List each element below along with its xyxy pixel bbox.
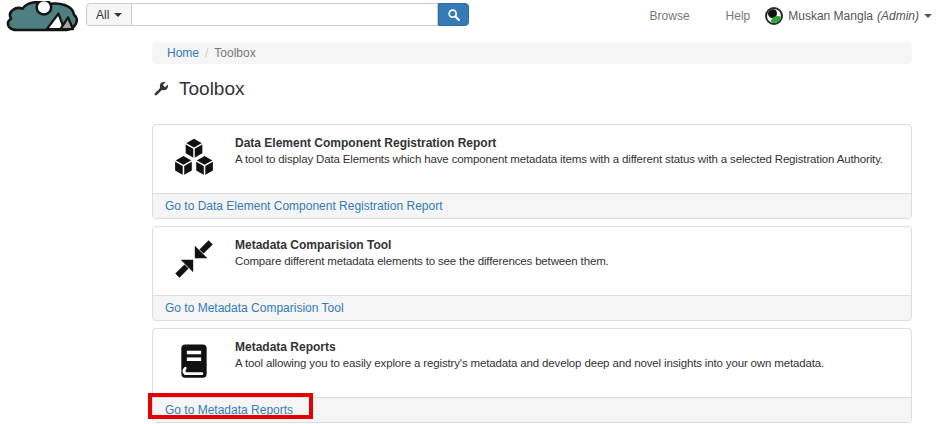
tool-title: Metadata Comparision Tool bbox=[235, 238, 609, 252]
avatar bbox=[765, 7, 783, 25]
help-link[interactable]: Help bbox=[726, 9, 751, 23]
go-to-metadata-comparision-tool-link[interactable]: Go to Metadata Comparision Tool bbox=[165, 301, 344, 315]
search-icon bbox=[447, 8, 461, 22]
search-button[interactable] bbox=[438, 3, 469, 26]
cubes-icon bbox=[171, 134, 217, 180]
user-name: Muskan Mangla bbox=[788, 9, 873, 23]
tool-text: Metadata Comparision Tool Compare differ… bbox=[235, 236, 609, 286]
top-navbar: All Browse Help Muskan Mangla (Admin) bbox=[0, 0, 939, 34]
go-to-data-element-component-registration-report-link[interactable]: Go to Data Element Component Registratio… bbox=[165, 199, 442, 213]
tool-card-footer: Go to Metadata Comparision Tool bbox=[153, 295, 911, 320]
tool-card-metadata-reports: Metadata Reports A tool allowing you to … bbox=[152, 328, 912, 423]
browse-link[interactable]: Browse bbox=[650, 9, 690, 23]
breadcrumb: Home / Toolbox bbox=[152, 42, 912, 64]
go-to-metadata-reports-link[interactable]: Go to Metadata Reports bbox=[165, 403, 293, 417]
tool-card-data-element-component-registration-report: Data Element Component Registration Repo… bbox=[152, 124, 912, 219]
search-input[interactable] bbox=[132, 3, 438, 26]
tool-description: A tool allowing you to easily explore a … bbox=[235, 357, 824, 369]
cloud-logo-icon[interactable] bbox=[4, 1, 78, 32]
chevron-down-icon bbox=[924, 14, 932, 18]
tool-text: Metadata Reports A tool allowing you to … bbox=[235, 338, 824, 388]
search-bar: All bbox=[86, 3, 469, 26]
tool-description: A tool to display Data Elements which ha… bbox=[235, 153, 883, 165]
chevron-down-icon bbox=[114, 13, 122, 17]
compress-arrows-icon bbox=[171, 236, 217, 282]
navbar-right: Browse Help Muskan Mangla (Admin) bbox=[650, 0, 932, 31]
page-title: Toolbox bbox=[152, 76, 912, 102]
main-content: Home / Toolbox Toolbox bbox=[152, 42, 912, 423]
book-icon bbox=[171, 338, 217, 384]
tool-card-body: Data Element Component Registration Repo… bbox=[153, 125, 911, 193]
tool-card-footer: Go to Data Element Component Registratio… bbox=[153, 193, 911, 218]
breadcrumb-home-link[interactable]: Home bbox=[167, 46, 199, 60]
wrench-icon bbox=[152, 80, 170, 98]
page-title-text: Toolbox bbox=[179, 78, 245, 100]
tool-description: Compare different metadata elements to s… bbox=[235, 255, 609, 267]
tool-card-footer: Go to Metadata Reports bbox=[153, 397, 911, 422]
search-scope-dropdown[interactable]: All bbox=[86, 3, 132, 26]
tool-title: Metadata Reports bbox=[235, 340, 824, 354]
tool-card-metadata-comparision-tool: Metadata Comparision Tool Compare differ… bbox=[152, 226, 912, 321]
tool-card-body: Metadata Reports A tool allowing you to … bbox=[153, 329, 911, 397]
tool-text: Data Element Component Registration Repo… bbox=[235, 134, 883, 184]
breadcrumb-current: Toolbox bbox=[214, 46, 255, 60]
search-scope-label: All bbox=[96, 8, 109, 22]
tool-card-body: Metadata Comparision Tool Compare differ… bbox=[153, 227, 911, 295]
breadcrumb-separator: / bbox=[205, 46, 208, 60]
user-menu[interactable]: Muskan Mangla (Admin) bbox=[765, 7, 932, 25]
tool-title: Data Element Component Registration Repo… bbox=[235, 136, 883, 150]
user-role: (Admin) bbox=[877, 9, 919, 23]
